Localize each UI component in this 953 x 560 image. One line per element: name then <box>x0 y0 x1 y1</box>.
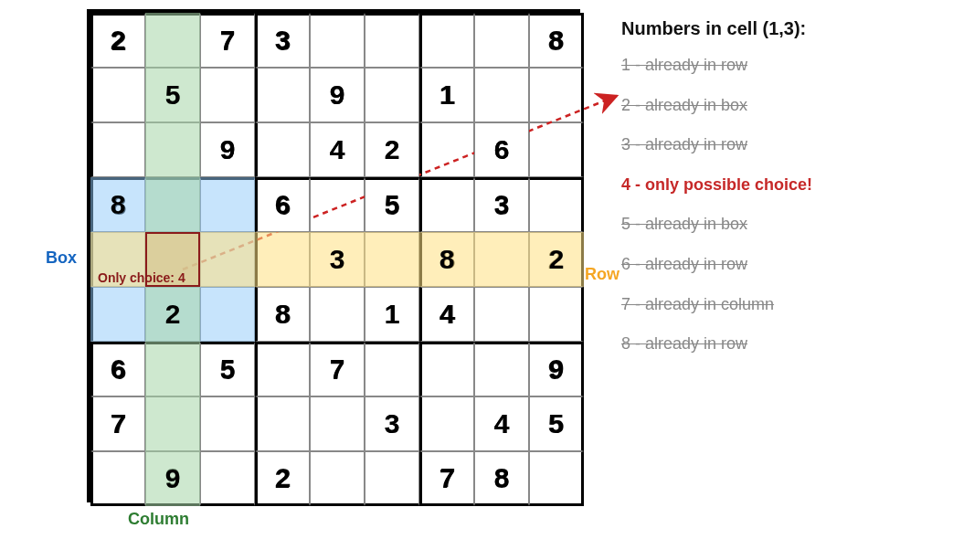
sudoku-cell <box>255 68 310 122</box>
candidate-list: 1 - already in row2 - already in box3 - … <box>621 56 932 354</box>
sudoku-cell <box>419 177 474 232</box>
cell-value: 3 <box>310 232 365 287</box>
column-label: Column <box>128 510 189 529</box>
sudoku-cell <box>365 232 419 287</box>
candidate-eliminated: 2 - already in box <box>621 96 932 116</box>
candidate-panel: Numbers in cell (1,3): 1 - already in ro… <box>621 18 932 375</box>
cell-value: 5 <box>145 68 200 122</box>
candidate-eliminated: 6 - already in row <box>621 255 932 275</box>
sudoku-cell <box>90 122 145 177</box>
sudoku-cell <box>419 396 474 451</box>
cell-value: 2 <box>90 13 145 68</box>
sudoku-cell <box>255 396 310 451</box>
cell-value: 7 <box>200 13 255 68</box>
cell-value: 6 <box>255 177 310 232</box>
candidate-eliminated: 5 - already in box <box>621 215 932 235</box>
cell-value: 5 <box>365 177 419 232</box>
cell-value: 8 <box>474 451 529 506</box>
cell-value: 6 <box>90 342 145 396</box>
cell-value: 4 <box>419 287 474 342</box>
sudoku-cell <box>529 451 584 506</box>
sudoku-cell <box>419 13 474 68</box>
sudoku-cell <box>474 342 529 396</box>
sudoku-cell <box>145 13 200 68</box>
candidate-eliminated: 3 - already in row <box>621 135 932 155</box>
cell-value: 7 <box>90 396 145 451</box>
sudoku-cell <box>90 68 145 122</box>
sudoku-cell <box>365 342 419 396</box>
candidate-eliminated: 7 - already in column <box>621 295 932 315</box>
sudoku-cell <box>419 122 474 177</box>
sudoku-cell <box>145 396 200 451</box>
sudoku-cell <box>529 287 584 342</box>
only-choice-annotation: Only choice: 4 <box>98 270 185 285</box>
cell-value: 4 <box>310 122 365 177</box>
sudoku-cell <box>90 287 145 342</box>
cell-value: 3 <box>474 177 529 232</box>
box-label: Box <box>46 248 77 268</box>
sudoku-cell <box>200 396 255 451</box>
cell-value: 2 <box>529 232 584 287</box>
sudoku-cell <box>365 68 419 122</box>
cell-value: 4 <box>474 396 529 451</box>
row-label: Row <box>585 265 619 284</box>
sudoku-cell <box>529 122 584 177</box>
sudoku-cell <box>310 177 365 232</box>
sudoku-cell <box>255 122 310 177</box>
sudoku-cell <box>200 232 255 287</box>
cell-value: 8 <box>529 13 584 68</box>
sudoku-cell <box>529 68 584 122</box>
sudoku-cell <box>200 451 255 506</box>
sudoku-cell <box>365 451 419 506</box>
cell-value: 5 <box>529 396 584 451</box>
candidate-title: Numbers in cell (1,3): <box>621 18 932 39</box>
cell-value: 1 <box>365 287 419 342</box>
sudoku-grid-container: 2738591942686533822814657973459278273859… <box>87 9 580 502</box>
cell-value: 7 <box>310 342 365 396</box>
sudoku-grid: 2738591942686533822814657973459278273859… <box>87 9 580 502</box>
sudoku-cell <box>310 396 365 451</box>
sudoku-cell <box>90 451 145 506</box>
cell-value: 9 <box>200 122 255 177</box>
sudoku-cell <box>474 13 529 68</box>
candidate-eliminated: 8 - already in row <box>621 334 932 354</box>
candidate-eliminated: 1 - already in row <box>621 56 932 76</box>
cell-value: 8 <box>255 287 310 342</box>
cell-value: 5 <box>200 342 255 396</box>
cell-value: 3 <box>255 13 310 68</box>
sudoku-cell <box>474 287 529 342</box>
cell-value: 3 <box>365 396 419 451</box>
sudoku-cell <box>310 287 365 342</box>
sudoku-cell <box>365 13 419 68</box>
cell-value: 8 <box>419 232 474 287</box>
sudoku-cell <box>200 68 255 122</box>
sudoku-cell <box>200 177 255 232</box>
cell-value: 2 <box>365 122 419 177</box>
cell-value: 9 <box>310 68 365 122</box>
diagram-stage: 2738591942686533822814657973459278273859… <box>0 0 953 560</box>
sudoku-cell <box>145 122 200 177</box>
cell-value: 6 <box>474 122 529 177</box>
sudoku-cell <box>145 177 200 232</box>
sudoku-cell <box>145 342 200 396</box>
cell-value: 9 <box>529 342 584 396</box>
sudoku-cell <box>200 287 255 342</box>
sudoku-cell <box>419 342 474 396</box>
cell-value: 2 <box>255 451 310 506</box>
sudoku-cell <box>255 232 310 287</box>
cell-value: 7 <box>419 451 474 506</box>
cell-value: 2 <box>145 287 200 342</box>
cell-value: 1 <box>419 68 474 122</box>
sudoku-cell <box>310 13 365 68</box>
cell-value: 8 <box>90 177 145 232</box>
sudoku-cell <box>474 68 529 122</box>
cell-value: 9 <box>145 451 200 506</box>
sudoku-cell <box>255 342 310 396</box>
candidate-winner: 4 - only possible choice! <box>621 175 932 195</box>
sudoku-cell <box>474 232 529 287</box>
sudoku-cell <box>310 451 365 506</box>
sudoku-cell <box>529 177 584 232</box>
